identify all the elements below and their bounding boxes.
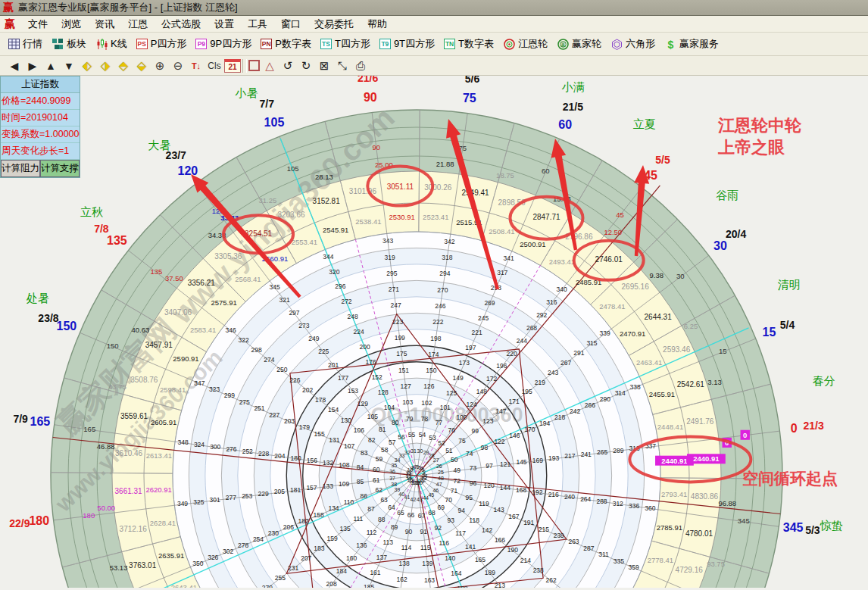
svg-text:338: 338 — [630, 383, 641, 391]
zoom-in-tool[interactable]: ⊕ — [151, 58, 168, 73]
nav-right-tool[interactable]: ▶ — [24, 58, 41, 73]
menu-item-帮助[interactable]: 帮助 — [361, 17, 394, 31]
nav-down-tool[interactable]: ▼ — [61, 58, 77, 73]
menu-item-文件[interactable]: 文件 — [21, 17, 55, 31]
svg-text:223: 223 — [392, 318, 403, 326]
toolbar-9P四方形[interactable]: P99P四方形 — [192, 36, 258, 52]
draw-triangle-tool[interactable]: △ — [261, 58, 278, 73]
svg-text:96.88: 96.88 — [718, 499, 736, 507]
svg-text:217: 217 — [564, 452, 575, 460]
cls-tool[interactable]: Cls — [206, 58, 223, 73]
svg-text:143: 143 — [494, 506, 504, 514]
svg-text:21/5: 21/5 — [563, 101, 583, 113]
toolbar-T数字表[interactable]: TNT数字表 — [441, 36, 500, 52]
rotate-ccw-tool[interactable]: ↺ — [279, 58, 296, 73]
svg-text:129: 129 — [358, 400, 368, 407]
svg-text:3508.76: 3508.76 — [130, 376, 158, 384]
calendar-21-tool[interactable]: 21 — [224, 59, 241, 73]
svg-text:133: 133 — [323, 482, 333, 490]
pan-left-tool[interactable]: ⬖ — [79, 58, 95, 73]
toolbar-P数字表[interactable]: PNP数字表 — [258, 36, 317, 52]
svg-text:61: 61 — [373, 476, 380, 484]
svg-text:2523.41: 2523.41 — [423, 213, 448, 221]
menu-item-交易委托[interactable]: 交易委托 — [308, 17, 361, 31]
svg-text:154: 154 — [328, 406, 339, 414]
fit-screen-tool[interactable]: ⤡ — [334, 58, 351, 73]
svg-text:208: 208 — [326, 580, 337, 588]
svg-text:90: 90 — [405, 528, 413, 535]
svg-text:156: 156 — [307, 457, 317, 464]
svg-text:247: 247 — [390, 301, 401, 309]
toolbar-赢家轮[interactable]: 赢赢家轮 — [554, 36, 607, 52]
svg-text:138: 138 — [398, 560, 409, 567]
menu-item-设置[interactable]: 设置 — [208, 17, 241, 31]
menu-item-工具[interactable]: 工具 — [241, 17, 274, 31]
pan-right-tool[interactable]: ⬗ — [97, 58, 114, 73]
svg-text:169: 169 — [532, 457, 543, 464]
svg-text:127: 127 — [401, 382, 411, 390]
nav-up-tool[interactable]: ▲ — [42, 58, 59, 73]
toolbar-赢家服务[interactable]: $赢家服务 — [661, 36, 725, 52]
present-tool[interactable]: ⎙ — [352, 58, 369, 73]
pan-down-tool[interactable]: ⬙ — [133, 58, 150, 73]
svg-text:317: 317 — [497, 269, 507, 276]
svg-text:325: 325 — [193, 498, 204, 506]
svg-text:115: 115 — [420, 544, 431, 551]
toolbar-P四方形[interactable]: PSP四方形 — [133, 36, 193, 52]
gann-wheel-canvas[interactable]: 赢家财富网 www.yingjia360.comwww.yingjia360.c… — [0, 76, 868, 588]
svg-text:2628.41: 2628.41 — [150, 519, 176, 527]
svg-text:185: 185 — [364, 583, 374, 588]
svg-text:93.75: 93.75 — [707, 560, 725, 568]
menu-item-窗口[interactable]: 窗口 — [274, 17, 308, 31]
svg-text:24: 24 — [422, 473, 428, 479]
calc-resistance-button[interactable]: 计算阻力 — [1, 160, 40, 177]
toolbar-T四方形[interactable]: TST四方形 — [317, 36, 376, 52]
svg-text:219: 219 — [535, 379, 545, 386]
toolbar-9T四方形[interactable]: T99T四方形 — [376, 36, 441, 52]
svg-text:269: 269 — [484, 299, 495, 307]
draw-square-tool[interactable] — [248, 60, 260, 71]
svg-text:221: 221 — [472, 329, 482, 336]
svg-text:赢: 赢 — [560, 42, 565, 48]
svg-text:162: 162 — [396, 576, 407, 583]
svg-text:335: 335 — [614, 557, 624, 565]
menu-item-浏览[interactable]: 浏览 — [55, 17, 88, 31]
menu-item-江恩[interactable]: 江恩 — [121, 17, 155, 31]
delete-box-tool[interactable]: ⊠ — [316, 58, 333, 73]
svg-text:119: 119 — [479, 500, 489, 507]
menu-item-资讯[interactable]: 资讯 — [88, 17, 121, 31]
menu-item-公式选股[interactable]: 公式选股 — [155, 17, 208, 31]
zoom-out-tool[interactable]: ⊖ — [170, 58, 186, 73]
svg-text:193: 193 — [548, 454, 559, 462]
svg-text:2493.41: 2493.41 — [549, 258, 575, 266]
gann-wheel-svg[interactable]: 赢家财富网 www.yingjia360.comwww.yingjia360.c… — [0, 76, 868, 588]
toolbar-行情[interactable]: 行情 — [5, 36, 48, 52]
nav-left-tool[interactable]: ◀ — [6, 58, 23, 73]
toolbar-K线[interactable]: K线 — [92, 36, 133, 52]
svg-text:60: 60 — [373, 466, 380, 473]
svg-text:3559.61: 3559.61 — [120, 412, 148, 420]
calc-support-button[interactable]: 计算支撑 — [40, 160, 80, 177]
svg-text:27: 27 — [433, 457, 439, 463]
toolbar-板块[interactable]: 板块 — [48, 36, 92, 52]
svg-text:74: 74 — [466, 450, 473, 457]
svg-text:279: 279 — [262, 584, 273, 588]
svg-text:67: 67 — [418, 512, 426, 520]
svg-text:惊蛰: 惊蛰 — [820, 519, 843, 532]
measure-tool[interactable]: T↓ — [188, 58, 205, 73]
svg-text:179: 179 — [299, 423, 310, 431]
svg-text:42: 42 — [411, 497, 417, 502]
svg-text:2785.91: 2785.91 — [657, 523, 682, 532]
svg-text:48: 48 — [438, 476, 444, 481]
svg-text:345: 345 — [738, 517, 750, 525]
svg-text:201: 201 — [328, 361, 339, 369]
svg-text:192: 192 — [532, 489, 542, 496]
rotate-cw-tool[interactable]: ↻ — [298, 58, 314, 73]
svg-text:220: 220 — [506, 350, 517, 357]
svg-text:225: 225 — [318, 348, 329, 355]
svg-text:290: 290 — [600, 395, 610, 403]
toolbar-江恩轮[interactable]: 江恩轮 — [500, 36, 554, 52]
pan-up-tool[interactable]: ⬘ — [115, 58, 132, 73]
toolbar-六角形[interactable]: 六角形 — [607, 36, 661, 52]
svg-text:323: 323 — [209, 386, 220, 393]
